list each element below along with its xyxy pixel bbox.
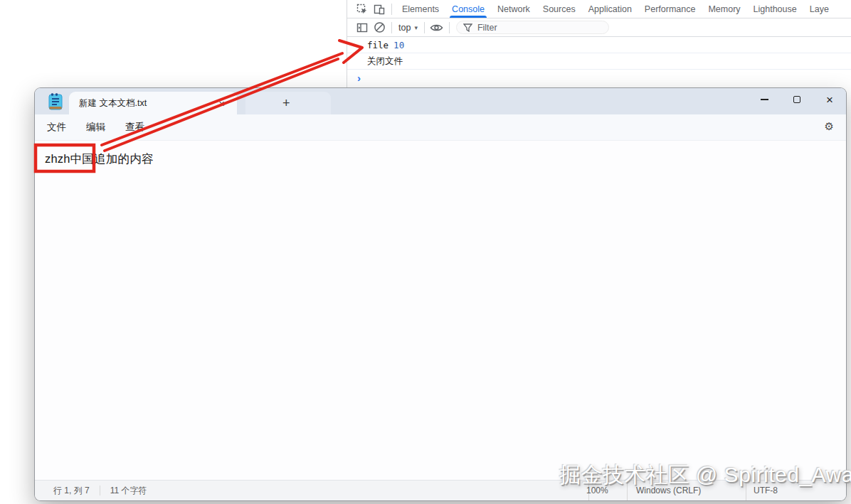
notepad-app-icon: [47, 92, 64, 111]
toolbar-separator: [391, 22, 392, 33]
tab-sources[interactable]: Sources: [536, 0, 582, 18]
inspect-element-button[interactable]: [354, 0, 371, 18]
console-toolbar: top ▾ Filter: [347, 18, 851, 37]
devtools-tab-bar: Elements Console Network Sources Applica…: [347, 0, 851, 18]
window-controls: ×: [748, 88, 846, 111]
menu-view[interactable]: 查看: [125, 121, 144, 134]
notepad-titlebar[interactable]: 新建 文本文档.txt × + ×: [35, 88, 846, 114]
context-selector-label: top: [398, 23, 411, 33]
maximize-icon: [793, 96, 800, 103]
notepad-document-tab[interactable]: 新建 文本文档.txt ×: [69, 92, 237, 114]
line-ending-label[interactable]: Windows (CRLF): [636, 481, 701, 500]
clear-console-button[interactable]: [371, 18, 388, 37]
chevron-down-icon: ▾: [414, 24, 418, 31]
filter-input[interactable]: Filter: [456, 21, 609, 34]
document-tab-title: 新建 文本文档.txt: [79, 97, 215, 109]
filter-placeholder: Filter: [477, 23, 497, 33]
menu-file[interactable]: 文件: [47, 121, 66, 134]
notepad-statusbar: 行 1, 列 7 11 个字符 100% Windows (CRLF) UTF-…: [35, 480, 846, 500]
toolbar-separator: [424, 22, 425, 33]
tab-network[interactable]: Network: [491, 0, 536, 18]
filter-funnel-icon: [463, 23, 472, 32]
menu-edit[interactable]: 编辑: [86, 121, 105, 134]
console-message: 关闭文件: [347, 53, 851, 70]
notepad-menubar: 文件 编辑 查看 ⚙: [35, 114, 846, 141]
live-expression-button[interactable]: [428, 18, 445, 37]
tab-performance[interactable]: Performance: [638, 0, 702, 18]
console-message-text: file: [367, 40, 388, 50]
gear-icon[interactable]: ⚙: [825, 120, 834, 133]
editor-area[interactable]: zhzh中国追加的内容: [35, 141, 846, 481]
tab-lighthouse[interactable]: Lighthouse: [747, 0, 803, 18]
editor-text: zhzh中国追加的内容: [45, 151, 154, 167]
tab-application[interactable]: Application: [582, 0, 638, 18]
zoom-level[interactable]: 100%: [586, 481, 608, 500]
new-tab-button[interactable]: +: [245, 92, 331, 114]
statusbar-divider: [627, 481, 628, 500]
close-button[interactable]: ×: [813, 88, 846, 111]
clear-console-icon: [374, 21, 386, 33]
char-count-label: 11 个字符: [110, 485, 147, 497]
new-tab-icon: +: [282, 96, 290, 111]
tab-elements[interactable]: Elements: [396, 0, 445, 18]
screenshot-stage: Elements Console Network Sources Applica…: [0, 0, 851, 504]
eye-icon: [430, 23, 443, 33]
minimize-button[interactable]: [748, 88, 781, 111]
console-sidebar-button[interactable]: [354, 18, 371, 37]
console-message: file 10: [347, 37, 851, 53]
tab-console[interactable]: Console: [445, 0, 491, 18]
console-prompt[interactable]: ›: [347, 70, 851, 85]
statusbar-divider: [746, 481, 746, 500]
notepad-window: 新建 文本文档.txt × + × 文件 编辑 查看 ⚙: [34, 87, 847, 501]
inspect-cursor-icon: [356, 4, 368, 15]
context-selector[interactable]: top ▾: [396, 23, 421, 33]
statusbar-divider: [100, 486, 100, 495]
toolbar-separator: [391, 4, 392, 15]
tab-layers[interactable]: Laye: [803, 0, 835, 18]
close-icon: ×: [826, 94, 833, 106]
console-message-number: 10: [393, 40, 404, 50]
tab-close-icon[interactable]: ×: [215, 97, 228, 110]
sidebar-panel-icon: [356, 22, 368, 33]
devtools-tabs: Elements Console Network Sources Applica…: [396, 0, 835, 18]
maximize-button[interactable]: [781, 88, 813, 111]
cursor-position-label: 行 1, 列 7: [53, 485, 90, 497]
device-toolbar-icon: [374, 4, 385, 15]
minimize-icon: [761, 99, 768, 100]
devtools-panel: Elements Console Network Sources Applica…: [347, 0, 851, 87]
console-prompt-icon: ›: [357, 72, 361, 84]
statusbar-left: 行 1, 列 7 11 个字符: [53, 481, 147, 500]
toolbar-separator: [449, 22, 450, 33]
encoding-label[interactable]: UTF-8: [754, 481, 778, 500]
console-message-text: 关闭文件: [367, 55, 403, 68]
device-toolbar-button[interactable]: [371, 0, 388, 18]
tab-memory[interactable]: Memory: [702, 0, 746, 18]
